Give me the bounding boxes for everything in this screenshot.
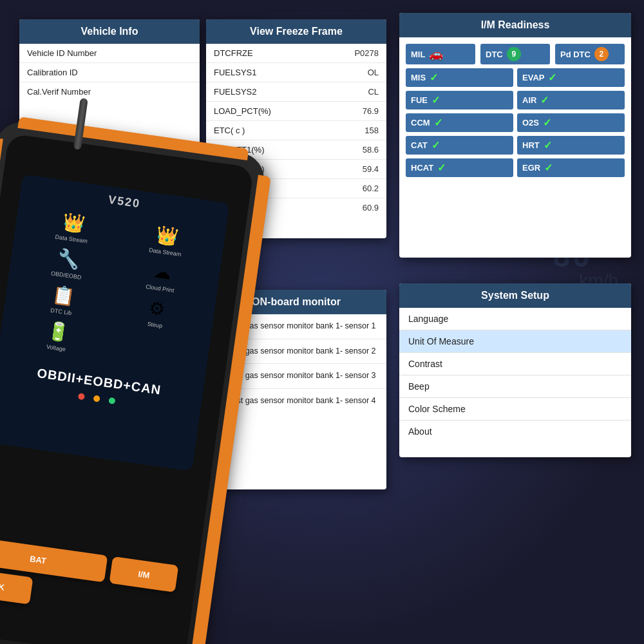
mil-cell: MIL 🚗: [406, 44, 475, 64]
im-top-row: MIL 🚗 DTC 9 Pd DTC 2: [406, 44, 625, 64]
mis-check: ✓: [430, 71, 438, 84]
row-value: 60.2: [363, 184, 379, 193]
im-cell-egr: EGR ✓: [517, 158, 625, 177]
dtc-cell: DTC 9: [480, 44, 550, 64]
row-label: DTCFRZE: [214, 48, 253, 58]
obd-label: OBD/EOBD: [51, 270, 82, 281]
datastream-right-icon: 👑: [155, 224, 180, 249]
pdtc-label: Pd DTC: [560, 50, 591, 59]
im-cell-air: AIR ✓: [517, 91, 625, 109]
evap-check: ✓: [548, 71, 556, 84]
datastream-right-label: Data Stream: [149, 247, 182, 258]
egr-check: ✓: [544, 162, 553, 174]
o2s-label: O2S: [522, 118, 539, 128]
datastream-icon: 👑: [61, 211, 86, 235]
mis-label: MIS: [411, 73, 426, 82]
voltage-label: Voltage: [46, 343, 66, 352]
row-label: ETC( c ): [214, 126, 245, 135]
row-value: P0278: [354, 48, 379, 58]
setup-row-about[interactable]: About: [399, 421, 631, 442]
menu-item-obd[interactable]: 🔧 OBD/EOBD: [22, 242, 113, 285]
cloud-icon: ☁: [152, 260, 173, 284]
engine-icon: 🚗: [429, 47, 443, 61]
row-value: OL: [368, 68, 379, 77]
pdtc-cell: Pd DTC 2: [555, 44, 625, 64]
row-value: 59.4: [363, 164, 379, 174]
im-button[interactable]: I/M: [109, 556, 179, 592]
row-value: 158: [365, 126, 379, 135]
im-cell-hrt: HRT ✓: [517, 136, 625, 155]
o2s-check: ✓: [543, 117, 551, 129]
im-cell-o2s: O2S ✓: [517, 113, 625, 132]
table-row: DTCFRZE P0278: [206, 44, 386, 63]
menu-item-datastream-right[interactable]: 👑 Data Stream: [121, 219, 213, 261]
menu-item-steup[interactable]: ⚙ Steup: [111, 292, 202, 334]
hrt-label: HRT: [522, 140, 540, 150]
row-label: Calibration ID: [27, 68, 78, 77]
im-cell-evap: EVAP ✓: [517, 68, 625, 87]
table-row: FUELSYS2 CL: [206, 82, 386, 102]
hcat-check: ✓: [437, 162, 446, 174]
row-value: 76.9: [363, 106, 379, 116]
im-readiness-title: I/M Readiness: [399, 13, 631, 37]
obd-icon: 🔧: [56, 247, 81, 272]
setup-row-language[interactable]: Language: [399, 308, 631, 330]
device-buttons: BAT I/M OK: [0, 536, 178, 624]
row-label: Vehicle ID Number: [27, 48, 97, 58]
row-value: CL: [368, 87, 379, 97]
evap-label: EVAP: [522, 73, 544, 82]
setup-row-unit[interactable]: Unit Of Measure: [399, 330, 631, 353]
table-row: ETC( c ) 158: [206, 121, 386, 140]
cat-label: CAT: [411, 140, 428, 150]
fue-check: ✓: [431, 94, 440, 106]
setup-row-color[interactable]: Color Scheme: [399, 398, 631, 421]
steup-label: Steup: [147, 321, 163, 329]
im-readiness-grid: MIS ✓ EVAP ✓ FUE ✓ AIR ✓ CCM ✓ O2S ✓: [406, 68, 625, 177]
air-label: AIR: [522, 95, 536, 105]
row-label: FUELSYS2: [214, 87, 256, 97]
voltage-icon: 🔋: [46, 319, 71, 344]
hcat-label: HCAT: [411, 163, 433, 173]
ccm-check: ✓: [434, 117, 442, 129]
im-cell-cat: CAT ✓: [406, 136, 513, 155]
air-check: ✓: [540, 94, 549, 106]
im-cell-mis: MIS ✓: [406, 68, 513, 87]
menu-item-voltage[interactable]: 🔋 Voltage: [12, 315, 103, 357]
dot-green: [108, 397, 115, 404]
mil-label: MIL: [411, 50, 425, 59]
freeze-frame-title: View Freeze Frame: [206, 19, 386, 44]
table-row: LOAD_PCT(%) 76.9: [206, 102, 386, 121]
setup-row-beep[interactable]: Beep: [399, 375, 631, 398]
row-value: 60.9: [363, 203, 379, 213]
system-setup-title: System Setup: [399, 283, 631, 308]
im-readiness-panel: I/M Readiness MIL 🚗 DTC 9 Pd DTC 2 MIS ✓: [399, 13, 631, 258]
hrt-check: ✓: [544, 139, 552, 151]
fue-label: FUE: [411, 95, 428, 105]
datastream-label: Data Stream: [55, 234, 88, 245]
menu-item-datastream[interactable]: 👑 Data Stream: [27, 206, 118, 249]
im-readiness-body: MIL 🚗 DTC 9 Pd DTC 2 MIS ✓ EVAP ✓: [399, 37, 631, 184]
dtc-label: DTC: [486, 50, 503, 59]
dot-yellow: [93, 395, 100, 402]
dot-red: [78, 393, 85, 400]
steup-icon: ⚙: [147, 297, 166, 320]
setup-row-contrast[interactable]: Contrast: [399, 353, 631, 375]
menu-item-cloud[interactable]: ☁ Cloud Print: [116, 256, 207, 298]
menu-item-dtc[interactable]: 📋 DTC Lib: [17, 279, 108, 321]
table-row: Calibration ID: [19, 63, 200, 82]
row-label: Cal.Verif Number: [27, 87, 91, 97]
im-cell-ccm: CCM ✓: [406, 113, 513, 132]
row-label: LOAD_PCT(%): [214, 106, 271, 116]
cloud-label: Cloud Print: [146, 283, 175, 294]
im-cell-hcat: HCAT ✓: [406, 158, 513, 177]
system-setup-panel: System Setup Language Unit Of Measure Co…: [399, 283, 631, 457]
egr-label: EGR: [522, 163, 540, 173]
dtc-count-badge: 9: [507, 47, 521, 61]
pdtc-count-badge: 2: [594, 47, 609, 61]
row-value: 58.6: [363, 145, 379, 155]
device-screen: V520 👑 Data Stream 👑 Data Stream 🔧 OBD/E…: [0, 175, 229, 471]
ok-button[interactable]: OK: [0, 569, 33, 605]
table-row: Cal.Verif Number: [19, 82, 200, 101]
im-cell-fue: FUE ✓: [406, 91, 513, 109]
row-label: FUELSYS1: [214, 68, 256, 77]
